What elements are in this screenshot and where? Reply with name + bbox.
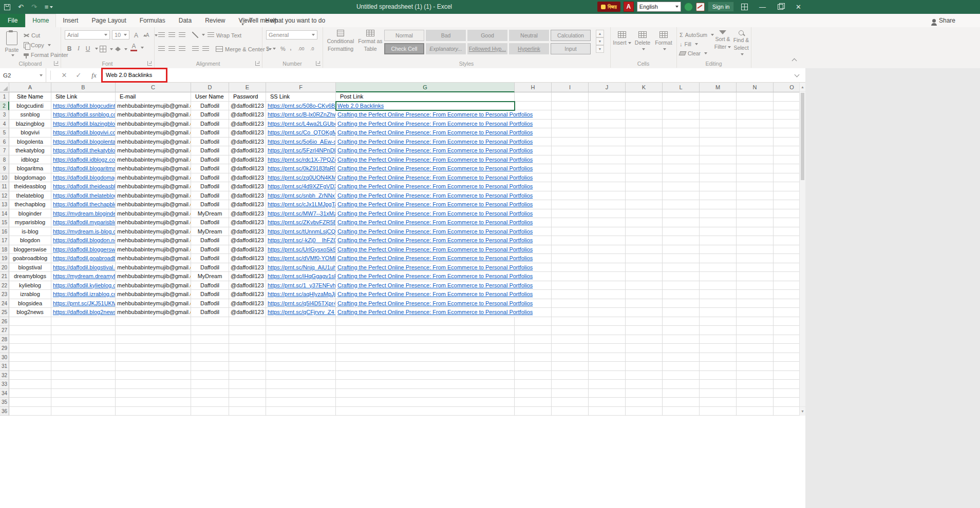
cell-M4[interactable] (700, 120, 737, 129)
cell-D14[interactable]: MyDream (191, 209, 229, 219)
cell-M6[interactable] (700, 138, 737, 147)
cell-O2[interactable] (774, 102, 799, 111)
cell-L21[interactable] (663, 272, 700, 281)
cell-B7[interactable]: https://daffodil.thekatyblog.c (51, 146, 116, 155)
cell-D18[interactable]: Daffodil (191, 245, 229, 255)
cell-K10[interactable] (626, 173, 663, 183)
cell-L17[interactable] (663, 236, 700, 245)
cell-B31[interactable] (51, 362, 116, 371)
cell-D9[interactable]: Daffodil (191, 164, 229, 173)
bijoy-keyboard-badge[interactable]: বিজয় (597, 2, 620, 12)
cell-D33[interactable] (191, 380, 229, 389)
cell-C24[interactable]: mehbubabinteymujib@gmail.com (116, 299, 191, 308)
cell-O34[interactable] (774, 389, 799, 398)
cell-K7[interactable] (626, 146, 663, 155)
cell-D23[interactable]: Daffodil (191, 290, 229, 299)
align-bottom-button[interactable] (179, 31, 185, 40)
row-header-28[interactable]: 28 (0, 335, 9, 344)
cell-B33[interactable] (51, 380, 116, 389)
tell-me-box[interactable]: Tell me what you want to do (240, 14, 325, 27)
cell-F18[interactable]: https://prnt.sc/UrlGysxoSk5 (266, 245, 336, 255)
select-all-corner[interactable] (0, 83, 9, 92)
cell-E10[interactable]: @daffodil123 (229, 173, 266, 183)
row-header-33[interactable]: 33 (0, 380, 9, 389)
cell-F17[interactable]: https://prnt.sc/-kZj0__IhFZC (266, 236, 336, 245)
cell-N24[interactable] (737, 299, 774, 308)
row-header-25[interactable]: 25 (0, 308, 9, 317)
cell-C25[interactable]: mehbubabinteymujib@gmail.com (116, 308, 191, 317)
cell-N33[interactable] (737, 380, 774, 389)
delete-cells-button[interactable]: Delete (633, 31, 652, 52)
decrease-indent-button[interactable] (192, 45, 199, 53)
row-header-4[interactable]: 4 (0, 120, 9, 129)
cell-G25[interactable]: Crafting the Perfect Online Presence: Fr… (336, 308, 515, 317)
cell-I23[interactable] (552, 290, 589, 299)
cell-I10[interactable] (552, 173, 589, 183)
cell-A16[interactable]: is-blog (9, 227, 51, 237)
cell-M9[interactable] (700, 164, 737, 173)
row-header-12[interactable]: 12 (0, 191, 9, 201)
cell-D22[interactable]: Daffodil (191, 281, 229, 290)
cell-F35[interactable] (266, 398, 336, 407)
cell-I25[interactable] (552, 308, 589, 317)
cell-K28[interactable] (626, 335, 663, 344)
cell-A15[interactable]: myparisblog (9, 218, 51, 227)
cell-J22[interactable] (589, 281, 626, 290)
cell-G18[interactable]: Crafting the Perfect Online Presence: Fr… (336, 245, 515, 255)
cell-E17[interactable]: @daffodil123 (229, 236, 266, 245)
cell-C36[interactable] (116, 407, 191, 416)
cell-N17[interactable] (737, 236, 774, 245)
cell-K3[interactable] (626, 110, 663, 120)
cell-A14[interactable]: bloginder (9, 209, 51, 219)
row-header-20[interactable]: 20 (0, 263, 9, 272)
cell-C22[interactable]: mehbubabinteymujib@gmail.com (116, 281, 191, 290)
cell-L35[interactable] (663, 398, 700, 407)
cell-G16[interactable]: Crafting the Perfect Online Presence: Fr… (336, 227, 515, 237)
cell-C6[interactable]: mehbubabinteymujib@gmail.com (116, 138, 191, 147)
cell-D16[interactable]: MyDream (191, 227, 229, 237)
cell-F36[interactable] (266, 407, 336, 416)
cell-O1[interactable] (774, 92, 799, 102)
cell-I9[interactable] (552, 164, 589, 173)
cell-M20[interactable] (700, 263, 737, 272)
cell-M12[interactable] (700, 191, 737, 201)
cell-F31[interactable] (266, 362, 336, 371)
cell-D11[interactable]: Daffodil (191, 182, 229, 191)
underline-button[interactable]: U (84, 44, 98, 53)
cell-G31[interactable] (336, 362, 515, 371)
cell-N30[interactable] (737, 353, 774, 362)
cell-C32[interactable] (116, 371, 191, 380)
cell-C27[interactable] (116, 326, 191, 335)
cell-K23[interactable] (626, 290, 663, 299)
cell-F33[interactable] (266, 380, 336, 389)
cell-G15[interactable]: Crafting the Perfect Online Presence: Fr… (336, 218, 515, 227)
cell-B17[interactable]: https://daffodil.blogdon.net/ (51, 236, 116, 245)
cell-F20[interactable]: https://prnt.sc/Nnjq_AiU1uh (266, 263, 336, 272)
cell-L27[interactable] (663, 326, 700, 335)
cell-J7[interactable] (589, 146, 626, 155)
cell-O16[interactable] (774, 227, 799, 237)
cell-D7[interactable]: Daffodil (191, 146, 229, 155)
cell-D1[interactable]: User Name (191, 92, 229, 102)
cell-N12[interactable] (737, 191, 774, 201)
cell-N23[interactable] (737, 290, 774, 299)
cell-B20[interactable]: https://daffodil.blogstival.co (51, 263, 116, 272)
cell-K21[interactable] (626, 272, 663, 281)
row-header-13[interactable]: 13 (0, 200, 9, 209)
cell-O10[interactable] (774, 173, 799, 183)
percent-style-button[interactable]: % (280, 44, 286, 53)
avro-keyboard-icon[interactable] (696, 3, 705, 11)
cell-G8[interactable]: Crafting the Perfect Online Presence: Fr… (336, 155, 515, 165)
cell-G3[interactable]: Crafting the Perfect Online Presence: Fr… (336, 110, 515, 120)
cell-E1[interactable]: Password (229, 92, 266, 102)
cell-L8[interactable] (663, 155, 700, 165)
cell-D12[interactable]: Daffodil (191, 191, 229, 201)
cell-K11[interactable] (626, 182, 663, 191)
cell-E5[interactable]: @daffodil123 (229, 128, 266, 138)
formula-bar-expand-icon[interactable] (795, 72, 800, 77)
cell-E34[interactable] (229, 389, 266, 398)
cell-H29[interactable] (515, 344, 552, 353)
cell-K25[interactable] (626, 308, 663, 317)
cell-B29[interactable] (51, 344, 116, 353)
cell-M35[interactable] (700, 398, 737, 407)
